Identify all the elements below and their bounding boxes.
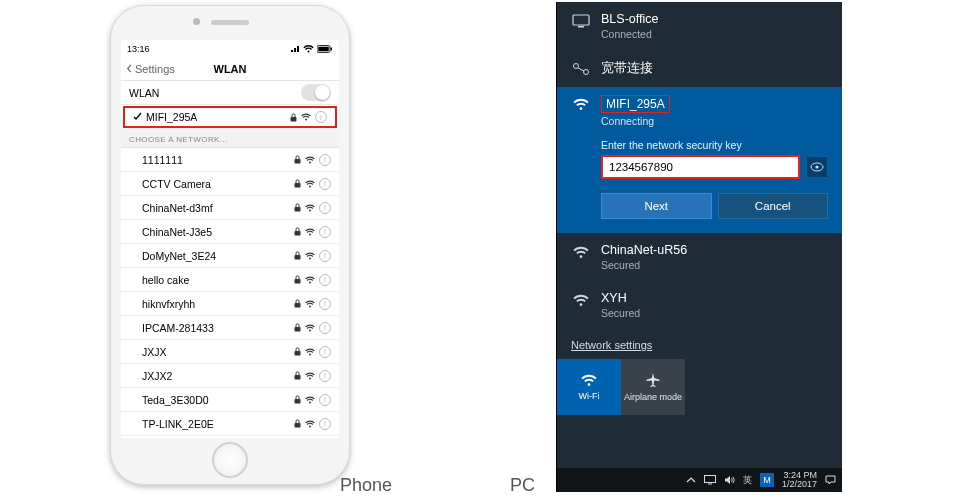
lock-icon [294,155,301,164]
info-icon[interactable]: i [319,274,331,286]
back-label: Settings [135,63,175,75]
network-row[interactable]: IPCAM-281433i [121,316,339,340]
taskbar-clock[interactable]: 3:24 PM 1/2/2017 [782,471,817,489]
wifi-icon [303,45,314,53]
network-status: Secured [601,259,687,271]
network-row[interactable]: DoMyNet_3E24i [121,244,339,268]
network-row[interactable]: JXJXi [121,340,339,364]
info-icon[interactable]: i [319,346,331,358]
info-icon[interactable]: i [319,322,331,334]
network-row[interactable]: hiknvfxryhhi [121,292,339,316]
wlan-toggle[interactable] [301,84,331,101]
network-name: XYH [601,291,640,305]
svg-rect-7 [295,231,301,236]
wifi-tile-label: Wi-Fi [579,391,600,401]
ime-language[interactable]: 英 [743,474,752,487]
svg-rect-5 [295,183,301,188]
network-settings-link[interactable]: Network settings [557,329,842,359]
lock-icon [294,323,301,332]
row-indicators: i [294,346,331,358]
network-item[interactable]: ChinaNet-uR56Secured [557,233,842,281]
network-row[interactable]: Teda_3E30D0i [121,388,339,412]
network-row[interactable]: 1111111i [121,148,339,172]
taskbar-date: 1/2/2017 [782,480,817,489]
tray-volume-icon[interactable] [724,475,735,485]
status-bar: 13:16 [121,40,339,57]
network-item[interactable]: BLS-officeConnected [557,2,842,50]
tray-monitor-icon[interactable] [704,475,716,485]
info-icon[interactable]: i [315,111,327,123]
network-item[interactable]: XYHSecured [557,281,842,329]
wifi-tile[interactable]: Wi-Fi [557,359,621,415]
lock-icon [294,251,301,260]
lock-icon [294,347,301,356]
check-icon [133,111,142,123]
next-button[interactable]: Next [601,193,712,219]
network-row[interactable]: JXJX2i [121,364,339,388]
network-name: hello cake [142,274,294,286]
network-name: CCTV Camera [142,178,294,190]
tray-up-icon[interactable] [686,476,696,484]
wifi-icon [580,373,598,387]
network-name: IPCAM-281433 [142,322,294,334]
security-key-label: Enter the network security key [601,139,828,151]
row-indicators: i [294,418,331,430]
info-icon[interactable]: i [319,154,331,166]
wifi-icon [305,156,315,164]
network-row[interactable]: TP-LINK_2E0Ei [121,412,339,436]
network-row[interactable]: ChinaNet-J3e5i [121,220,339,244]
phone-device: 13:16 Settings WLAN WLAN [110,5,350,485]
wifi-icon [305,396,315,404]
info-icon[interactable]: i [319,298,331,310]
security-key-input[interactable]: 1234567890 [601,155,800,179]
info-icon[interactable]: i [319,418,331,430]
info-icon[interactable]: i [319,394,331,406]
network-row[interactable]: CCTV Camerai [121,172,339,196]
network-status: Secured [601,307,640,319]
info-icon[interactable]: i [319,250,331,262]
network-status: Connected [601,28,658,40]
lock-icon [294,203,301,212]
info-icon[interactable]: i [319,226,331,238]
network-name: JXJX2 [142,370,294,382]
tiles-spacer [685,359,842,415]
info-icon[interactable]: i [319,370,331,382]
info-icon[interactable]: i [319,178,331,190]
ime-mode[interactable]: M [760,473,774,487]
network-row[interactable]: hello cakei [121,268,339,292]
svg-rect-10 [295,303,301,308]
ethernet-icon [571,12,591,40]
lock-icon [290,113,297,122]
network-name: hiknvfxryhh [142,298,294,310]
network-item[interactable]: 宽带连接 [557,50,842,87]
cancel-button[interactable]: Cancel [718,193,829,219]
network-row[interactable]: TP-LINK_DD08i [121,436,339,438]
reveal-password-button[interactable] [806,156,828,178]
wifi-icon [571,291,591,319]
section-header: CHOOSE A NETWORK... [121,128,339,148]
network-row[interactable]: ChinaNet-d3mfi [121,196,339,220]
phone-body: 13:16 Settings WLAN WLAN [110,5,350,485]
wlan-toggle-row[interactable]: WLAN [121,81,339,105]
svg-rect-3 [291,117,297,122]
connected-networks-section: BLS-officeConnected宽带连接 [557,2,842,87]
taskbar: 英 M 3:24 PM 1/2/2017 [557,468,842,492]
connected-network-row[interactable]: MIFI_295A i [123,106,337,128]
connected-network-name: MIFI_295A [146,111,290,123]
info-icon[interactable]: i [319,202,331,214]
row-indicators: i [294,394,331,406]
svg-rect-23 [704,476,715,483]
back-button[interactable]: Settings [125,63,175,75]
available-networks-section: ChinaNet-uR56SecuredXYHSecured [557,233,842,329]
wifi-icon [571,95,591,111]
action-center-icon[interactable] [825,475,836,485]
phone-caption: Phone [340,475,392,496]
wlan-toggle-label: WLAN [129,87,301,99]
home-button[interactable] [212,442,248,478]
expanded-network-name: MIFI_295A [601,95,670,113]
lock-icon [294,419,301,428]
row-indicators: i [294,274,331,286]
airplane-tile[interactable]: Airplane mode [621,359,685,415]
dialup-icon [571,60,591,77]
wifi-icon [305,180,315,188]
